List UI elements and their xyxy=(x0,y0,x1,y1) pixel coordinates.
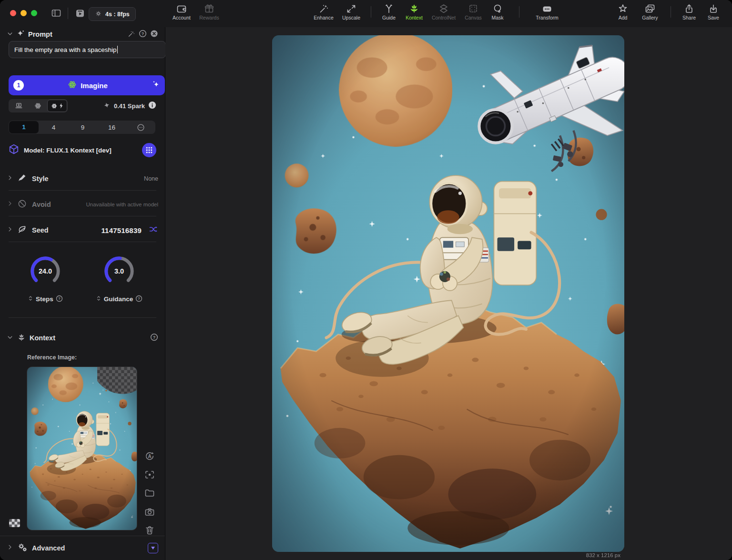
chevron-right-icon[interactable] xyxy=(7,226,13,234)
text-caret xyxy=(117,46,118,53)
toolbar-mask-button[interactable]: Mask xyxy=(487,3,508,20)
layers-icon xyxy=(438,3,449,14)
toolbar-transform-button[interactable]: Transform xyxy=(530,3,564,20)
generated-image[interactable] xyxy=(272,35,624,552)
batch-option-9[interactable]: 9 xyxy=(68,124,97,131)
toolbar-separator xyxy=(68,8,68,19)
chevron-down-icon[interactable] xyxy=(7,334,13,342)
brush-icon xyxy=(18,173,27,184)
model-picker-button[interactable] xyxy=(142,143,156,157)
chevron-down-icon[interactable] xyxy=(7,31,13,39)
share-icon xyxy=(684,3,694,14)
zoom-window-button[interactable] xyxy=(31,10,37,16)
prompt-input[interactable]: Fill the empty area with a spaceship xyxy=(9,41,166,58)
svg-text:?: ? xyxy=(58,296,61,301)
guidance-knob[interactable]: 3.0 xyxy=(102,255,136,288)
app-window: 4s : 8fps Account Rewards Enhance Upscal… xyxy=(0,0,732,560)
toolbar-label: Kontext xyxy=(406,15,423,20)
video-clip-icon[interactable] xyxy=(74,8,86,19)
toolbar-gallery-button[interactable]: Gallery xyxy=(635,3,665,20)
toolbar-separator xyxy=(519,6,519,18)
reference-image-label: Reference Image: xyxy=(27,354,77,361)
gift-icon xyxy=(204,3,214,14)
sparkle-icon xyxy=(17,30,25,39)
sidebar: Prompt ? Fill the empty area with a spac… xyxy=(0,27,165,560)
sidebar-toggle-button[interactable] xyxy=(51,8,62,19)
close-window-button[interactable] xyxy=(10,10,16,16)
toolbar-guide-button[interactable]: Guide xyxy=(377,3,401,20)
spark-info-icon[interactable] xyxy=(148,101,156,111)
avoid-value: Unavailable with active model xyxy=(86,202,159,207)
toolbar-enhance-button[interactable]: Enhance xyxy=(310,3,337,20)
toolbar-save-button[interactable]: Save xyxy=(702,3,725,20)
frame-settings-button[interactable]: 4s : 8fps xyxy=(89,7,136,21)
folder-icon[interactable] xyxy=(144,488,155,500)
toolbar-account-button[interactable]: Account xyxy=(168,3,195,20)
toolbar-label: Save xyxy=(708,15,719,20)
toolbar-label: Transform xyxy=(536,15,558,20)
divider xyxy=(9,216,156,216)
svg-text:?: ? xyxy=(153,335,155,340)
model-label: Model: FLUX.1 Kontext [dev] xyxy=(24,147,137,154)
batch-more-icon[interactable] xyxy=(126,123,155,132)
compute-cloud-fast-option[interactable] xyxy=(47,100,67,112)
batch-option-16[interactable]: 16 xyxy=(97,124,126,131)
seed-section-row: Seed 1147516839 xyxy=(0,223,165,237)
toolbar-kontext-button[interactable]: Kontext xyxy=(401,3,427,20)
toolbar: 4s : 8fps Account Rewards Enhance Upscal… xyxy=(0,0,732,28)
svg-text:?: ? xyxy=(142,31,144,36)
enhance-prompt-wand-icon[interactable] xyxy=(127,30,135,40)
minimize-window-button[interactable] xyxy=(20,10,27,16)
svg-text:A: A xyxy=(148,454,151,459)
compute-local-option[interactable] xyxy=(9,100,28,112)
atom-icon xyxy=(68,80,77,91)
toolbar-rewards-button: Rewards xyxy=(195,3,223,20)
toolbar-upscale-button[interactable]: Upscale xyxy=(337,3,365,20)
toolbar-add-button[interactable]: Add xyxy=(610,3,635,20)
guidance-label: Guidance xyxy=(104,295,133,303)
svg-text:?: ? xyxy=(138,296,140,301)
compute-cloud-option[interactable] xyxy=(28,100,47,112)
divider xyxy=(9,242,156,242)
seed-label: Seed xyxy=(32,226,49,234)
avoid-section-row: Avoid Unavailable with active model xyxy=(0,197,165,212)
guidance-value: 3.0 xyxy=(102,255,136,288)
tulip-icon xyxy=(17,333,26,343)
stepper-icon[interactable] xyxy=(96,295,102,304)
chevron-right-icon[interactable] xyxy=(7,200,13,209)
lasso-icon xyxy=(492,3,503,14)
prompt-clear-icon[interactable] xyxy=(150,30,158,39)
model-cube-icon xyxy=(9,144,19,156)
chevron-right-icon[interactable] xyxy=(7,174,13,183)
triangle-down-icon xyxy=(151,547,155,550)
magic-wand-icon xyxy=(318,3,329,14)
toolbar-label: Canvas xyxy=(465,15,482,20)
camera-icon[interactable] xyxy=(144,507,155,519)
transparency-checker-icon[interactable] xyxy=(9,519,20,527)
spark-balance: 0.41 Spark xyxy=(114,102,145,110)
imagine-button[interactable]: 1 Imagine xyxy=(9,75,165,95)
batch-option-4[interactable]: 4 xyxy=(39,124,68,131)
advanced-section-row: Advanced xyxy=(0,536,165,560)
expand-arrows-icon xyxy=(346,3,356,14)
spark-icon xyxy=(103,102,111,111)
chevron-right-icon[interactable] xyxy=(7,544,13,552)
toolbar-label: Gallery xyxy=(642,15,658,20)
kontext-help-icon[interactable]: ? xyxy=(150,333,158,343)
toolbar-separator xyxy=(371,6,371,18)
toolbar-canvas-button: Canvas xyxy=(460,3,487,20)
prompt-help-icon[interactable]: ? xyxy=(139,30,147,39)
steps-knob[interactable]: 24.0 xyxy=(29,255,62,288)
advanced-panel-toggle-button[interactable] xyxy=(148,543,158,553)
toolbar-share-button[interactable]: Share xyxy=(677,3,702,20)
focus-region-icon[interactable] xyxy=(144,469,155,482)
reference-image[interactable] xyxy=(27,367,137,530)
guidance-help-icon[interactable]: ? xyxy=(135,295,142,304)
steps-help-icon[interactable]: ? xyxy=(56,295,63,304)
toolbar-label: Add xyxy=(619,15,628,20)
stepper-icon[interactable] xyxy=(28,295,33,304)
auto-caption-icon[interactable]: A xyxy=(144,451,155,463)
shuffle-icon[interactable] xyxy=(149,225,158,235)
batch-option-1[interactable]: 1 xyxy=(9,121,39,133)
tulip-icon xyxy=(409,3,419,14)
